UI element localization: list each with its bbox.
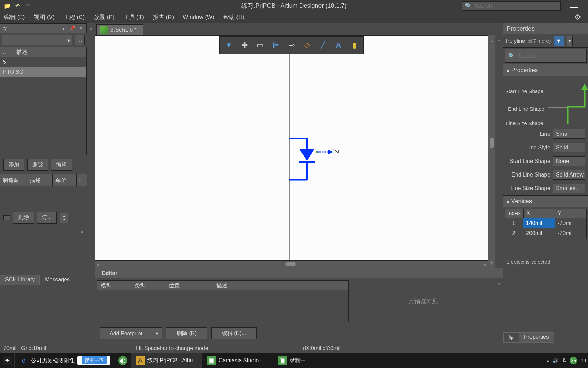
library-browse-button[interactable]: … — [75, 35, 85, 45]
line-style-select[interactable]: Solid — [553, 143, 585, 152]
properties-search[interactable]: 🔍 — [505, 49, 587, 63]
tab-properties[interactable]: Properties — [519, 332, 554, 343]
vertical-scrollbar[interactable]: « ▾ — [488, 35, 495, 268]
component-icon[interactable]: ▮ — [347, 39, 361, 52]
tray-chevron-icon[interactable]: ▴ — [546, 358, 549, 363]
updown-stepper[interactable]: ▲▼ — [60, 213, 68, 223]
tab-messages[interactable]: Messages — [40, 275, 75, 285]
folder-icon[interactable]: 📁 — [3, 1, 12, 10]
redo-icon[interactable]: ↷ — [23, 1, 32, 10]
menu-help[interactable]: 帮助 (H) — [220, 12, 247, 22]
col-model[interactable]: 模型 — [97, 281, 131, 290]
col-description[interactable]: 描述 — [213, 281, 348, 290]
delete-button[interactable]: 删除 — [27, 159, 48, 171]
move-icon[interactable]: ✚ — [238, 39, 252, 52]
network-icon[interactable]: 🖧 — [561, 358, 566, 363]
start-shape-select[interactable]: None — [553, 156, 585, 166]
gear-icon[interactable]: ⚙ — [574, 13, 581, 22]
search-icon: 🔍 — [465, 3, 472, 9]
pin-icon[interactable]: 📌 — [69, 25, 76, 32]
order-button[interactable]: 订... — [37, 212, 57, 224]
chevron-down-icon[interactable]: ▾ — [152, 328, 162, 339]
diode-symbol[interactable] — [289, 138, 330, 182]
blank-button[interactable] — [3, 215, 10, 220]
taskbar-search-button[interactable]: 搜索一下 — [77, 356, 110, 365]
window-title: 练习.PrjPCB - Altium Designer (18.1.7) — [241, 2, 346, 10]
selection-type-label: Polyline — [506, 38, 525, 44]
taskbar-item[interactable]: A 练习.PrjPCB - Altiu... — [131, 353, 202, 368]
col-x[interactable]: X — [524, 209, 555, 218]
volume-icon[interactable]: 🔊 — [552, 358, 558, 363]
schematic-canvas[interactable]: ▼ ✚ ▭ ⊫ ⊸ ◇ ╱ A ▮ — [95, 35, 488, 260]
line-width-select[interactable]: Small — [553, 129, 585, 139]
clock[interactable]: 19 — [581, 358, 586, 363]
align-icon[interactable]: ⊫ — [269, 39, 283, 52]
chevron-down-icon[interactable]: ▾ — [60, 25, 67, 32]
taskbar-item[interactable]: ▣ 录制中... — [273, 353, 315, 368]
expand-icon[interactable]: » — [79, 228, 85, 235]
menu-project[interactable]: 工程 (C) — [61, 12, 87, 22]
delete-button-2[interactable]: 删除 — [13, 212, 34, 224]
menu-edit[interactable]: 编辑 (E) — [1, 12, 28, 22]
menu-report[interactable]: 报告 (R) — [150, 12, 177, 22]
prop-label: Line Size Shape — [506, 185, 550, 191]
add-footprint-button[interactable]: Add Footprint ▾ — [100, 327, 162, 339]
delete-fp-button[interactable]: 删除 (R) — [166, 327, 207, 339]
select-rect-icon[interactable]: ▭ — [253, 39, 267, 52]
horizontal-scrollbar[interactable]: ◂ ▸ — [95, 260, 488, 268]
search-input[interactable] — [475, 3, 558, 9]
taskbar-item[interactable]: ▣ Camtasia Studio - ... — [202, 353, 273, 368]
vertices-section-header[interactable]: ▴ Vertices — [503, 195, 588, 207]
expand-right-icon[interactable]: » — [496, 37, 503, 44]
expand-icon[interactable]: » — [495, 280, 502, 287]
scroll-up-icon[interactable]: « — [489, 37, 495, 44]
menu-view[interactable]: 视图 (V) — [31, 12, 57, 22]
expand-icon[interactable]: » — [77, 177, 83, 184]
minimize-button[interactable]: — — [570, 3, 578, 12]
chevron-down-icon[interactable]: ▾ — [567, 36, 573, 46]
search-input[interactable] — [518, 53, 586, 59]
edit-button[interactable]: 编辑 — [51, 159, 72, 171]
size-shape-select[interactable]: Smallest — [553, 184, 585, 193]
col-type[interactable]: 类型 — [131, 281, 165, 290]
col-mfg[interactable]: 制造商 — [0, 174, 27, 186]
end-shape-select[interactable]: Solid Arrow — [553, 170, 585, 180]
global-search[interactable]: 🔍 — [462, 1, 561, 11]
menu-tools[interactable]: 工具 (T) — [121, 12, 147, 22]
close-icon[interactable]: ✕ — [78, 25, 84, 32]
list-item[interactable]: PTOISC — [0, 67, 86, 77]
polygon-icon[interactable]: ◇ — [300, 39, 314, 52]
taskbar-item[interactable]: ◐ — [115, 353, 131, 368]
collapse-icon[interactable]: » — [87, 25, 94, 32]
edit-fp-button[interactable]: 编辑 (E)... — [211, 327, 257, 339]
taskbar-item[interactable]: e 公司男厕检测阳性 搜索一下 — [15, 353, 115, 368]
tab-library[interactable]: 库 — [503, 332, 519, 343]
col-index[interactable]: Index — [505, 209, 524, 218]
altium-icon: A — [136, 356, 145, 365]
add-button[interactable]: 添加 — [3, 159, 24, 171]
text-icon[interactable]: A — [331, 39, 346, 52]
library-dropdown[interactable]: ▾ — [2, 35, 72, 45]
filter-icon[interactable]: ▼ — [554, 36, 564, 46]
ime-icon[interactable]: 36 — [570, 357, 577, 364]
undo-icon[interactable]: ↶ — [13, 1, 22, 10]
start-button[interactable]: ✦ — [0, 353, 15, 368]
status-y: 70mil — [3, 345, 16, 351]
menu-place[interactable]: 放置 (P) — [91, 12, 117, 22]
col-price[interactable]: 单价 — [53, 174, 77, 186]
list-item[interactable]: 5 — [0, 57, 86, 67]
col-desc2[interactable]: 描述 — [27, 174, 53, 186]
table-row[interactable]: 1 140mil -70mil — [505, 218, 587, 228]
ie-icon: e — [19, 356, 28, 365]
line-icon[interactable]: ╱ — [316, 39, 330, 52]
col-y[interactable]: Y — [555, 209, 587, 218]
properties-section-header[interactable]: ▴ Properties — [503, 64, 588, 76]
pin-icon[interactable]: ⊸ — [284, 39, 299, 52]
schlib-icon — [100, 26, 108, 34]
document-tab[interactable]: 3.SchLib * — [96, 24, 143, 35]
menu-window[interactable]: Window (W) — [180, 13, 217, 22]
col-location[interactable]: 位置 — [165, 281, 213, 290]
table-row[interactable]: 2 200mil -70mil — [505, 228, 587, 239]
filter-icon[interactable]: ▼ — [222, 39, 236, 52]
tab-sch-library[interactable]: SCH Library — [0, 275, 40, 285]
